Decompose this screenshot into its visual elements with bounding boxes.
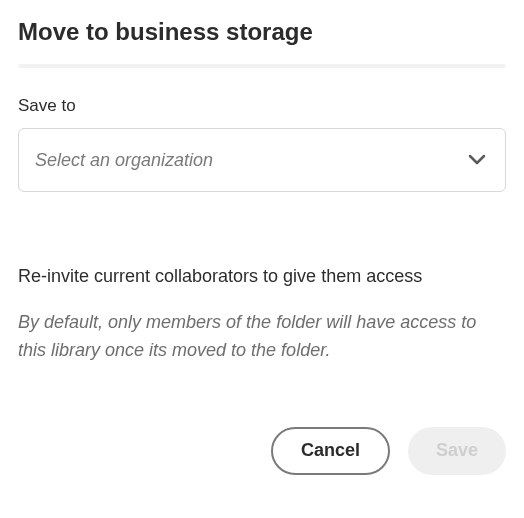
save-to-label: Save to — [18, 96, 506, 116]
reinvite-description: By default, only members of the folder w… — [18, 309, 506, 365]
divider — [18, 64, 506, 68]
save-button[interactable]: Save — [408, 427, 506, 475]
organization-select[interactable]: Select an organization — [18, 128, 506, 192]
cancel-button[interactable]: Cancel — [271, 427, 390, 475]
button-row: Cancel Save — [18, 427, 506, 475]
organization-select-button[interactable]: Select an organization — [18, 128, 506, 192]
organization-select-placeholder: Select an organization — [35, 150, 213, 171]
move-to-business-storage-dialog: Move to business storage Save to Select … — [18, 18, 506, 475]
dialog-title: Move to business storage — [18, 18, 506, 46]
reinvite-heading: Re-invite current collaborators to give … — [18, 264, 506, 289]
